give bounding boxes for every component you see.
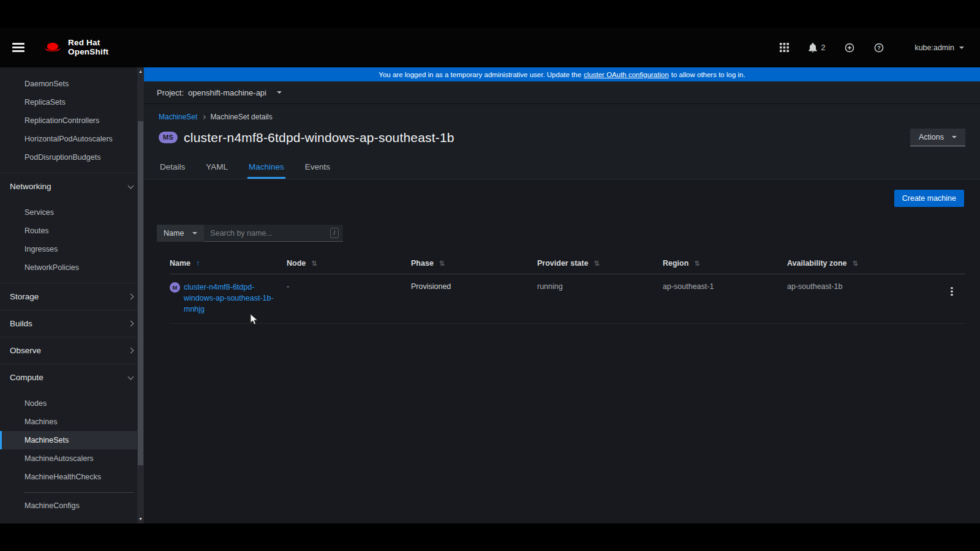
sidebar-group-builds[interactable]: Builds: [0, 310, 144, 337]
quick-create-icon[interactable]: [845, 43, 854, 53]
login-banner: You are logged in as a temporary adminis…: [144, 67, 980, 81]
project-selector[interactable]: Project: openshift-machine-api: [144, 81, 980, 104]
breadcrumb-current: MachineSet details: [210, 113, 272, 121]
project-value: openshift-machine-api: [188, 88, 266, 97]
search-box: /: [204, 225, 343, 242]
sidebar-group-observe[interactable]: Observe: [0, 337, 144, 364]
chevron-right-icon: [128, 294, 134, 300]
row-kebab-menu-icon[interactable]: [951, 287, 953, 290]
svg-text:?: ?: [878, 45, 881, 51]
scroll-down-icon[interactable]: ▼: [137, 516, 144, 522]
sortable-icon: ⇅: [694, 260, 699, 268]
user-menu[interactable]: kube:admin: [914, 43, 964, 52]
chevron-right-icon: [128, 321, 134, 327]
notification-count: 2: [821, 43, 825, 52]
breadcrumb: MachineSet MachineSet details: [159, 113, 965, 121]
breadcrumb-machineset-link[interactable]: MachineSet: [159, 113, 197, 121]
tab-events[interactable]: Events: [304, 156, 331, 179]
sortable-icon: ⇅: [852, 260, 858, 268]
sidebar-item-machineconfigs[interactable]: MachineConfigs: [0, 497, 144, 515]
chevron-right-icon: [202, 115, 206, 119]
cell-region: ap-southeast-1: [663, 282, 787, 291]
column-header-node[interactable]: Node ⇅: [287, 259, 411, 268]
sidebar-group-storage[interactable]: Storage: [0, 283, 144, 310]
oauth-config-link[interactable]: cluster OAuth configuration: [584, 71, 669, 78]
scrollbar-thumb[interactable]: [138, 121, 143, 465]
project-label: Project:: [157, 88, 184, 97]
app-launcher-icon[interactable]: [780, 43, 789, 52]
sidebar-scrollbar[interactable]: ▲ ▼: [137, 67, 144, 523]
sidebar-item-replicasets[interactable]: ReplicaSets: [0, 93, 144, 111]
actions-button[interactable]: Actions: [910, 129, 965, 146]
brand-text: Red Hat OpenShift: [68, 39, 108, 57]
notifications-button[interactable]: 2: [809, 43, 825, 53]
sortable-icon: ⇅: [311, 260, 317, 268]
column-header-name[interactable]: Name ↑: [170, 259, 287, 268]
cell-provider-state: running: [537, 282, 663, 291]
create-machine-button[interactable]: Create machine: [894, 190, 964, 207]
page-header: MachineSet MachineSet details MS cluster…: [144, 104, 980, 179]
sidebar: DaemonSets ReplicaSets ReplicationContro…: [0, 67, 144, 523]
shortcut-badge: /: [330, 228, 339, 238]
actions-label: Actions: [919, 133, 944, 141]
redhat-fedora-icon: [43, 40, 62, 55]
sidebar-group-networking[interactable]: Networking: [0, 173, 144, 200]
column-header-availability-zone[interactable]: Availability zone ⇅: [787, 259, 951, 268]
table-header-row: Name ↑ Node ⇅ Phase ⇅ Provider state: [170, 254, 965, 274]
sidebar-item-networkpolicies[interactable]: NetworkPolicies: [0, 258, 144, 277]
tab-machines[interactable]: Machines: [247, 156, 285, 179]
banner-text: to allow others to log in.: [671, 71, 745, 78]
sidebar-item-ingresses[interactable]: Ingresses: [0, 240, 144, 258]
column-header-provider-state[interactable]: Provider state ⇅: [537, 259, 663, 268]
sidebar-item-machineautoscalers[interactable]: MachineAutoscalers: [0, 449, 144, 468]
banner-text: You are logged in as a temporary adminis…: [379, 71, 581, 78]
user-name: kube:admin: [914, 43, 954, 52]
filter-type-label: Name: [164, 229, 184, 238]
sidebar-item-machinesets[interactable]: MachineSets: [0, 431, 144, 449]
chevron-down-icon: [128, 373, 134, 380]
sidebar-item-daemonsets[interactable]: DaemonSets: [0, 75, 144, 93]
sortable-icon: ⇅: [439, 260, 445, 268]
chevron-down-icon: [277, 91, 282, 94]
sidebar-item-nodes[interactable]: Nodes: [0, 394, 144, 413]
sortable-icon: ⇅: [594, 260, 599, 268]
cell-availability-zone: ap-southeast-1b: [787, 282, 951, 291]
sidebar-group-label: Networking: [10, 182, 51, 191]
sidebar-group-compute[interactable]: Compute: [0, 364, 144, 391]
sidebar-item-routes[interactable]: Routes: [0, 222, 144, 240]
sidebar-item-services[interactable]: Services: [0, 203, 144, 222]
sidebar-group-label: Compute: [10, 373, 43, 382]
search-input[interactable]: [210, 229, 330, 238]
tab-details[interactable]: Details: [159, 156, 186, 179]
chevron-right-icon: [128, 348, 134, 354]
tab-yaml[interactable]: YAML: [205, 156, 229, 179]
machineset-badge: MS: [159, 132, 178, 143]
filter-type-dropdown[interactable]: Name: [157, 225, 204, 242]
column-header-region[interactable]: Region ⇅: [663, 259, 787, 268]
app-window: Red Hat OpenShift 2 ? kube:admin: [0, 28, 980, 523]
cell-node: -: [287, 282, 411, 291]
help-icon[interactable]: ?: [874, 43, 884, 53]
masthead: Red Hat OpenShift 2 ? kube:admin: [0, 28, 980, 67]
chevron-down-icon: [192, 232, 197, 234]
machine-link[interactable]: cluster-n4mf8-6tdpd-windows-ap-southeast…: [184, 282, 276, 315]
scroll-up-icon[interactable]: ▲: [137, 69, 144, 75]
table-row: M cluster-n4mf8-6tdpd-windows-ap-southea…: [170, 274, 965, 324]
sidebar-item-replicationcontrollers[interactable]: ReplicationControllers: [0, 111, 144, 130]
machine-badge: M: [170, 282, 180, 293]
sidebar-group-label: Storage: [10, 292, 39, 301]
sidebar-item-horizontalpodautoscalers[interactable]: HorizontalPodAutoscalers: [0, 130, 144, 148]
chevron-down-icon: [952, 136, 957, 138]
sidebar-item-machines[interactable]: Machines: [0, 413, 144, 431]
sidebar-item-poddisruptionbudgets[interactable]: PodDisruptionBudgets: [0, 148, 144, 167]
column-header-phase[interactable]: Phase ⇅: [411, 259, 537, 268]
menu-toggle-icon[interactable]: [12, 41, 24, 54]
page-title: cluster-n4mf8-6tdpd-windows-ap-southeast…: [184, 130, 454, 145]
sidebar-group-label: Builds: [10, 319, 32, 328]
machines-tab-content: Create machine Name / Name: [144, 179, 980, 523]
sidebar-item-machinehealthchecks[interactable]: MachineHealthChecks: [0, 468, 144, 486]
sidebar-group-label: Observe: [10, 346, 41, 355]
main-content: You are logged in as a temporary adminis…: [144, 67, 980, 523]
machines-table: Name ↑ Node ⇅ Phase ⇅ Provider state: [170, 254, 965, 324]
sort-asc-icon: ↑: [196, 259, 200, 268]
